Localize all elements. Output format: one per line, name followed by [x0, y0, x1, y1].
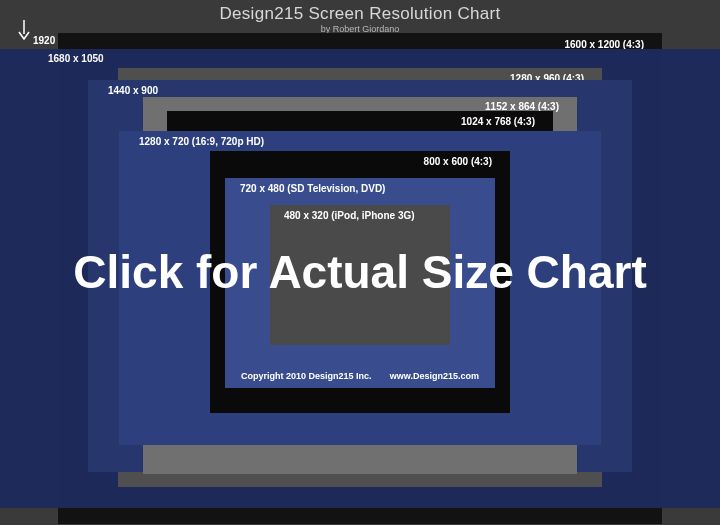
footer-copyright: Copyright 2010 Design215 Inc. — [241, 371, 372, 381]
res-label-1440x900: 1440 x 900 — [108, 85, 158, 96]
res-rect-480x320: 480 x 320 (iPod, iPhone 3G) — [270, 205, 450, 345]
footer-url: www.Design215.com — [390, 371, 479, 381]
res-label-1024x768: 1024 x 768 (4:3) — [461, 116, 535, 127]
chart-title: Design215 Screen Resolution Chart — [0, 4, 720, 24]
res-label-720x480: 720 x 480 (SD Television, DVD) — [240, 183, 385, 194]
pointer-arrow-icon — [18, 20, 30, 40]
res-label-800x600: 800 x 600 (4:3) — [424, 156, 492, 167]
footer-row: Copyright 2010 Design215 Inc. www.Design… — [225, 371, 495, 381]
res-label-480x320: 480 x 320 (iPod, iPhone 3G) — [284, 210, 415, 221]
res-label-1280x720: 1280 x 720 (16:9, 720p HD) — [139, 136, 264, 147]
res-label-1680x1050: 1680 x 1050 — [48, 53, 104, 64]
